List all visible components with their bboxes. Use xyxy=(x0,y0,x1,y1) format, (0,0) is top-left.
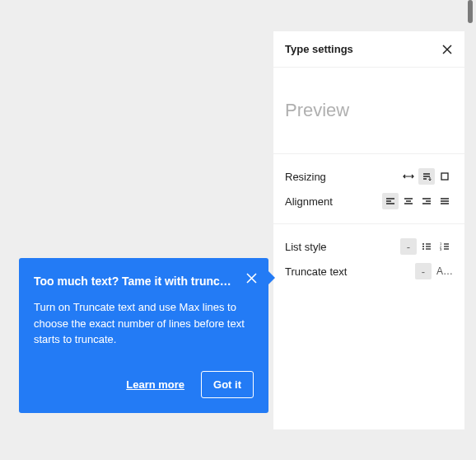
type-settings-panel: Type settings Preview Resizing Alignment xyxy=(273,31,464,429)
align-center-icon[interactable] xyxy=(400,193,417,209)
list-style-bullet-icon[interactable] xyxy=(418,238,435,255)
align-right-icon[interactable] xyxy=(418,193,435,209)
got-it-button[interactable]: Got it xyxy=(201,371,254,398)
list-style-label: List style xyxy=(285,241,327,253)
learn-more-link[interactable]: Learn more xyxy=(126,378,184,391)
resize-auto-width-icon[interactable] xyxy=(400,168,417,185)
align-left-icon[interactable] xyxy=(382,193,399,209)
truncate-overflow-indicator[interactable]: A… xyxy=(436,265,453,277)
alignment-options xyxy=(382,193,453,209)
svg-point-1 xyxy=(422,243,424,245)
resizing-alignment-section: Resizing Alignment xyxy=(273,154,464,224)
scroll-gutter xyxy=(464,0,476,460)
svg-text:3: 3 xyxy=(440,247,442,251)
svg-point-3 xyxy=(422,248,424,250)
tooltip-actions: Learn more Got it xyxy=(34,371,254,398)
panel-title: Type settings xyxy=(285,43,353,55)
onboarding-tooltip: Too much text? Tame it with truncation T… xyxy=(19,258,268,413)
svg-point-2 xyxy=(422,246,424,247)
alignment-row: Alignment xyxy=(285,189,453,214)
resize-fixed-icon[interactable] xyxy=(436,168,453,185)
tooltip-close-icon[interactable] xyxy=(246,273,257,284)
list-style-options: - 1 2 3 xyxy=(400,238,453,255)
align-justify-icon[interactable] xyxy=(436,193,453,209)
truncate-value-button[interactable]: - xyxy=(415,263,432,279)
list-truncate-section: List style - 1 2 3 xyxy=(273,224,464,293)
tooltip-pointer xyxy=(268,271,275,284)
preview-area: Preview xyxy=(273,68,464,154)
scroll-thumb[interactable] xyxy=(468,0,473,23)
list-style-numbered-icon[interactable]: 1 2 3 xyxy=(436,238,453,255)
resizing-label: Resizing xyxy=(285,171,326,183)
resize-auto-height-icon[interactable] xyxy=(418,168,435,185)
tooltip-body: Turn on Truncate text and use Max lines … xyxy=(34,299,254,348)
truncate-row: Truncate text - A… xyxy=(285,259,453,284)
resizing-options xyxy=(400,168,453,185)
truncate-controls: - A… xyxy=(415,263,453,279)
panel-header: Type settings xyxy=(273,31,464,68)
resizing-row: Resizing xyxy=(285,164,453,189)
truncate-label: Truncate text xyxy=(285,265,347,278)
tooltip-title: Too much text? Tame it with truncation xyxy=(34,275,254,288)
list-style-none-button[interactable]: - xyxy=(400,238,417,255)
close-icon[interactable] xyxy=(441,44,453,55)
alignment-label: Alignment xyxy=(285,195,333,208)
svg-rect-0 xyxy=(441,173,448,180)
list-style-row: List style - 1 2 3 xyxy=(285,234,453,259)
